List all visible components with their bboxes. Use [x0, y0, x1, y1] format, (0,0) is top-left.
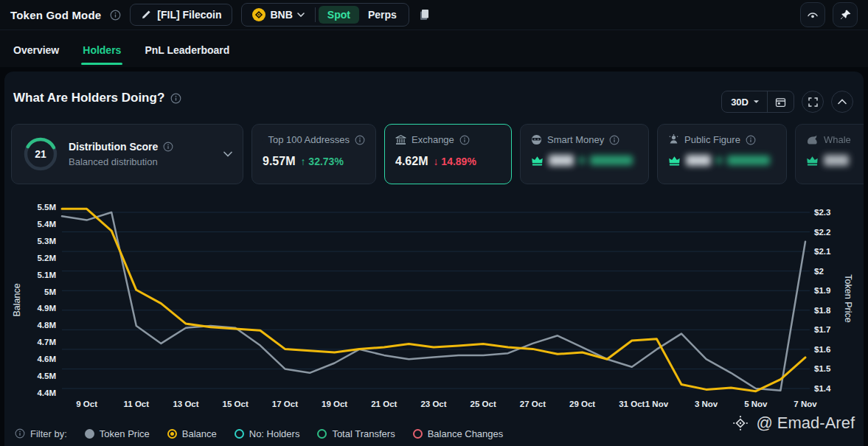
- filter-option-label: Balance: [182, 428, 217, 439]
- down-arrow-icon: ↓: [433, 156, 438, 167]
- bank-icon: [395, 135, 406, 145]
- y-axis-tick-right: $1.6: [814, 345, 830, 354]
- panel-title-row: What Are Holders Doing?: [13, 91, 181, 105]
- watermark-text: @ Emad-Aref: [756, 414, 855, 433]
- watermark: @ Emad-Aref: [732, 414, 855, 433]
- filter-label-group: Filter by:: [15, 428, 67, 439]
- public-figure-icon: [668, 134, 679, 145]
- holders-chart[interactable]: $2.3$2.2$2.1$2$1.9$1.8$1.7$1.6$1.5$1.45.…: [4, 195, 864, 415]
- card-smart-money[interactable]: Smart Money: [520, 124, 649, 184]
- up-arrow-icon: ↑: [300, 156, 305, 167]
- card-distribution-score[interactable]: 21 Distribution Score Balanced distribut…: [11, 124, 243, 184]
- radio-icon: [317, 429, 327, 439]
- crown-icon: [806, 156, 819, 166]
- info-icon[interactable]: [15, 428, 25, 439]
- card-public-figure[interactable]: Public Figure: [657, 124, 787, 184]
- y-axis-tick-right: $2: [814, 267, 824, 276]
- pin-button[interactable]: [833, 2, 858, 27]
- tab-overview[interactable]: Overview: [12, 34, 60, 67]
- copy-address-icon[interactable]: [418, 8, 430, 21]
- y-axis-tick-left: 5M: [44, 288, 56, 296]
- pin-icon: [839, 9, 852, 21]
- range-dropdown[interactable]: 30D: [722, 97, 767, 108]
- info-icon[interactable]: [355, 135, 365, 145]
- filter-no-holders[interactable]: No: Holders: [235, 428, 300, 439]
- filter-token-price[interactable]: Token Price: [85, 428, 150, 439]
- masked-value: [686, 155, 711, 166]
- chain-label: BNB: [270, 9, 292, 21]
- filter-balance-changes[interactable]: Balance Changes: [413, 428, 504, 439]
- fullscreen-button[interactable]: [802, 91, 824, 113]
- x-axis-tick: 1 Nov: [645, 400, 669, 408]
- y-axis-tick-left: 5.5M: [37, 203, 56, 212]
- y-axis-tick-right: $2.1: [814, 247, 831, 256]
- whale-title: Whale: [824, 134, 851, 145]
- info-icon[interactable]: [459, 135, 470, 145]
- y-axis-tick-right: $1.5: [814, 364, 831, 373]
- y-axis-tick-left: 4.7M: [37, 338, 56, 346]
- masked-change: [590, 156, 633, 165]
- watch-icon: [806, 8, 819, 21]
- diamond-logo-icon: [732, 414, 749, 432]
- calendar-button[interactable]: [768, 97, 794, 108]
- exchange-change: 14.89%: [441, 156, 476, 167]
- card-whale[interactable]: Whale: [795, 124, 864, 184]
- chevron-down-icon[interactable]: [223, 151, 232, 157]
- info-icon[interactable]: [163, 142, 173, 152]
- y-axis-tick-left: 5.3M: [37, 237, 56, 245]
- x-axis-tick: 15 Oct: [223, 400, 249, 408]
- radio-icon: [413, 429, 423, 439]
- x-axis-tick: 23 Oct: [420, 400, 446, 408]
- radio-icon: [85, 429, 94, 439]
- right-axis-title: Token Price: [843, 274, 853, 322]
- tab-holders[interactable]: Holders: [81, 34, 122, 67]
- watch-button[interactable]: [800, 2, 825, 27]
- y-axis-tick-left: 4.5M: [37, 372, 56, 380]
- filter-option-label: Token Price: [100, 428, 150, 439]
- crown-icon: [668, 156, 681, 166]
- card-exchange[interactable]: Exchange 4.62M ↓ 14.89%: [384, 124, 512, 184]
- info-icon[interactable]: [170, 93, 181, 104]
- token-select-label: [FIL] Filecoin: [157, 9, 221, 21]
- range-label: 30D: [731, 97, 749, 108]
- token-price-line: [62, 212, 805, 391]
- y-axis-tick-left: 5.4M: [37, 220, 56, 229]
- filter-total-transfers[interactable]: Total Transfers: [317, 428, 395, 439]
- public-figure-title: Public Figure: [684, 134, 740, 145]
- masked-value: [549, 155, 574, 166]
- radio-icon: [235, 429, 244, 439]
- info-icon[interactable]: [746, 135, 756, 145]
- exchange-value: 4.62M: [395, 155, 428, 168]
- collapse-button[interactable]: [831, 91, 853, 113]
- filter-bar: Filter by: Token Price Balance No: Holde…: [15, 422, 503, 445]
- y-axis-tick-right: $1.9: [814, 286, 830, 295]
- y-axis-tick-right: $2.3: [814, 208, 830, 217]
- distribution-gauge: 21: [22, 136, 59, 173]
- chevron-up-icon: [838, 99, 847, 105]
- chevron-down-icon: [297, 13, 305, 17]
- x-axis-tick: 11 Oct: [124, 400, 150, 408]
- page-tabs: Overview Holders PnL Leaderboard: [0, 30, 868, 67]
- divider: [315, 7, 316, 22]
- y-axis-tick-left: 4.6M: [37, 355, 56, 363]
- token-select-button[interactable]: [FIL] Filecoin: [130, 4, 232, 26]
- top100-change: 32.73%: [308, 156, 343, 167]
- y-axis-tick-left: 4.9M: [37, 304, 56, 313]
- y-axis-tick-right: $1.8: [814, 306, 831, 315]
- x-axis-tick: 19 Oct: [322, 400, 347, 408]
- smart-money-title: Smart Money: [547, 134, 604, 145]
- y-axis-tick-left: 5.1M: [37, 271, 56, 279]
- filter-balance[interactable]: Balance: [167, 428, 217, 439]
- x-axis-tick: 3 Nov: [695, 400, 718, 408]
- chain-dropdown[interactable]: BNB: [245, 8, 311, 21]
- tab-perps[interactable]: Perps: [359, 6, 406, 24]
- x-axis-tick: 21 Oct: [371, 400, 397, 408]
- info-icon[interactable]: [110, 10, 121, 21]
- tab-pnl-leaderboard[interactable]: PnL Leaderboard: [143, 34, 231, 67]
- distribution-score-value: 21: [22, 136, 59, 173]
- calendar-icon: [775, 97, 786, 108]
- info-icon[interactable]: [609, 135, 619, 145]
- card-top100-addresses[interactable]: Top 100 Addresses 9.57M ↑ 32.73%: [251, 124, 376, 184]
- top-header: Token God Mode [FIL] Filecoin BNB Spot P…: [0, 0, 868, 30]
- tab-spot[interactable]: Spot: [319, 6, 359, 24]
